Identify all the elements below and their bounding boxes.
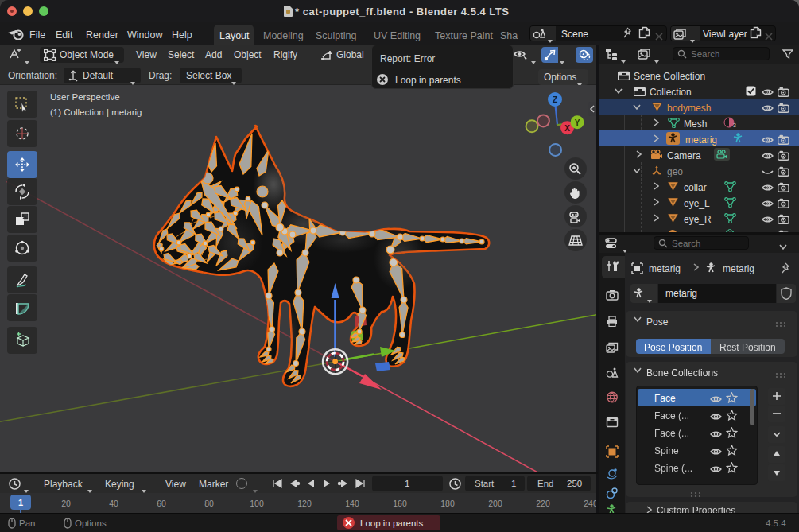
svg-text:X: X	[564, 124, 570, 133]
svg-text:3: 3	[733, 122, 736, 128]
svg-text:Y: Y	[575, 118, 580, 127]
svg-text:Z: Z	[553, 95, 557, 104]
